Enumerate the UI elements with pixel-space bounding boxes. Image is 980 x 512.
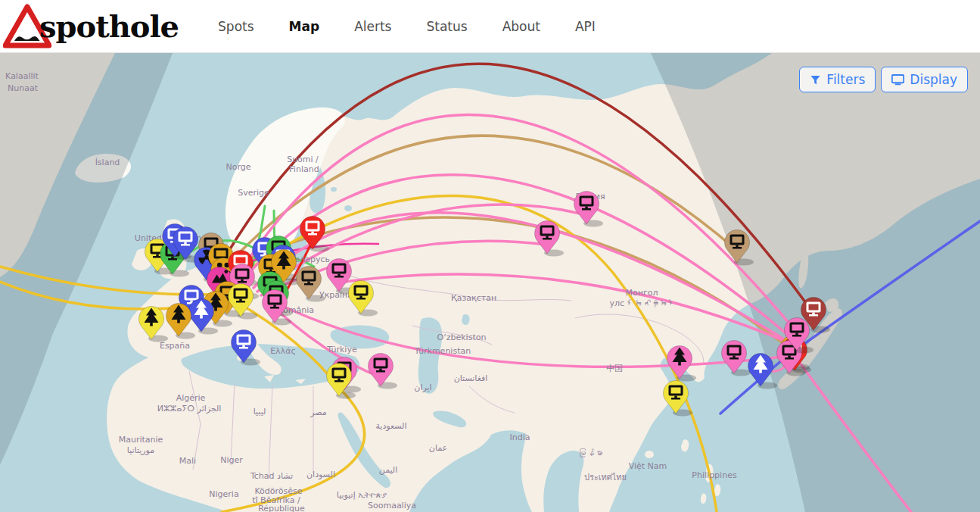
map-label: Norge	[226, 162, 250, 172]
logo-text: spothole	[39, 8, 179, 44]
app-header: spothole SpotsMapAlertsStatusAboutAPI	[0, 0, 980, 53]
world-map: KalaallitNunaatÍslandUnited KingdomNorge…	[0, 53, 980, 512]
map-label: Kalaallit	[5, 71, 39, 81]
map-label: ประเทศไทย	[584, 473, 627, 482]
app-logo[interactable]: spothole	[3, 3, 179, 50]
map-label: Nunaat	[8, 83, 39, 93]
map-label: España	[160, 341, 190, 351]
map-label: عمان	[429, 443, 447, 453]
main-nav: SpotsMapAlertsStatusAboutAPI	[218, 19, 596, 34]
nav-item-spots[interactable]: Spots	[218, 19, 254, 34]
map-label: Việt Nam	[629, 461, 667, 471]
nav-item-alerts[interactable]: Alerts	[354, 19, 391, 34]
map-canvas[interactable]: KalaallitNunaatÍslandUnited KingdomNorge…	[0, 53, 980, 512]
display-monitor-icon	[891, 74, 904, 86]
map-label: ⵍⵣⵣⴰⵢⵔ الجزائر	[157, 404, 222, 414]
map-label: Suomi /	[287, 155, 319, 164]
display-button[interactable]: Display	[881, 67, 968, 92]
map-label: Ísland	[95, 158, 120, 167]
map-label: Қазақстан	[451, 293, 496, 303]
map-label: موريتانيا	[127, 445, 154, 455]
map-label: Finland	[289, 164, 319, 174]
map-label: မြန်မာ	[578, 448, 603, 458]
map-label: Nigeria	[209, 489, 238, 499]
nav-item-map[interactable]: Map	[289, 19, 320, 34]
map-label: Algérie	[176, 393, 206, 403]
nav-item-status[interactable]: Status	[426, 19, 467, 34]
map-label: السودان	[306, 470, 335, 479]
map-label: Mali	[179, 456, 196, 466]
map-label: Niger	[220, 455, 243, 465]
map-label: Soomaaliya	[368, 501, 416, 510]
map-label: O‘zbekiston	[437, 332, 487, 342]
nav-item-api[interactable]: API	[575, 19, 596, 34]
map-label: Türkmenistan	[414, 346, 471, 356]
map-label: Ελλάς	[270, 346, 296, 356]
map-label: ليبيا	[254, 407, 266, 417]
filters-button-label: Filters	[826, 72, 865, 87]
map-label: Türkiye	[326, 345, 357, 354]
map-label: улс ᠮᠣᠩᠭᠣᠯ	[609, 298, 677, 308]
map-label: السعودية	[375, 421, 406, 431]
map-label: India	[510, 432, 530, 442]
map-label: Tchad تشاد	[250, 471, 293, 481]
map-label: اليمن	[379, 465, 397, 475]
map-label: Mauritanie	[119, 435, 163, 445]
map-label: Sverige	[238, 188, 269, 198]
display-button-label: Display	[910, 72, 957, 87]
map-label: مصر	[310, 407, 327, 417]
nav-item-about[interactable]: About	[502, 19, 540, 34]
map-label: Philippines	[692, 470, 737, 480]
map-label: 中国	[606, 364, 623, 373]
filters-button[interactable]: Filters	[799, 67, 876, 92]
map-label: Монгол	[626, 288, 658, 298]
map-label: République	[258, 504, 305, 512]
map-label: افغانستان	[454, 373, 488, 383]
map-label: إتيوبيا ኢትዮጵያ	[337, 490, 387, 500]
map-label: ايران	[414, 382, 431, 392]
filter-funnel-icon	[810, 74, 821, 86]
map-controls: Filters Display	[799, 67, 968, 92]
